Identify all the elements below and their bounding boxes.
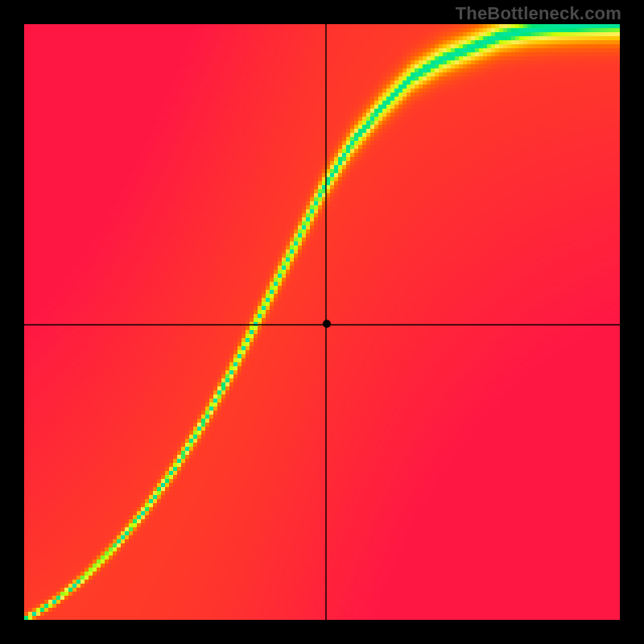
plot-area	[24, 24, 620, 620]
chart-frame: TheBottleneck.com	[0, 0, 644, 644]
watermark-text: TheBottleneck.com	[456, 3, 621, 24]
heatmap-canvas	[24, 24, 620, 620]
